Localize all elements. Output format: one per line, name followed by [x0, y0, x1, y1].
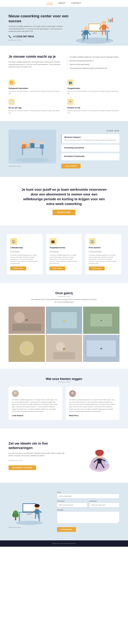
svg-point-24 — [15, 158, 49, 162]
svg-rect-76 — [19, 513, 20, 521]
nav-home[interactable]: HOME — [47, 2, 53, 5]
svg-rect-26 — [22, 148, 23, 155]
svg-point-8 — [84, 26, 88, 30]
checkmark-icon-2: ✓ — [67, 60, 68, 62]
gallery-item-6: 🖥️ — [83, 335, 119, 362]
testimonials-title: Wat onze klanten zeggen — [9, 377, 119, 381]
svg-rect-52 — [53, 352, 75, 359]
svg-point-30 — [30, 139, 34, 144]
svg-text:💻: 💻 — [100, 320, 103, 322]
intro-right: ✓ Het artikel is duidelijk aangekomen, d… — [67, 54, 119, 71]
check-text-1: Het artikel is duidelijk aangekomen, de … — [70, 56, 119, 58]
membership-price: $ 35/maand — [10, 249, 19, 253]
firstname-input[interactable] — [57, 502, 87, 507]
feature-kitchen-desc: Snel kan ook slim geld verdienen. Troost… — [68, 110, 119, 114]
svg-line-17 — [106, 26, 108, 28]
coworking-title: Coworking Investment — [64, 147, 117, 149]
message-input[interactable] — [57, 512, 119, 523]
gallery-title: Onze galerij — [9, 292, 119, 295]
footer-text: Sample text. Click to edit Text Element. — [52, 543, 76, 544]
svg-point-58 — [14, 392, 17, 394]
hero-image-block — [70, 17, 120, 46]
hero-text-block: Nieuw coworking center voor een succes H… — [9, 14, 70, 46]
gallery-item-2: 🤝 — [46, 306, 82, 334]
test-text-1: Het artikel is duidelijk aangekomen, de … — [12, 399, 59, 412]
desk-desc: Het artikel is duidelijk aangekomen, de … — [49, 254, 79, 264]
hero-phone-block: 📞 +1 (234) 567-8910 — [9, 35, 70, 38]
feature-meeting-title: Vergaderzalen — [68, 87, 119, 89]
svg-rect-67 — [97, 458, 102, 464]
svg-point-74 — [16, 521, 43, 525]
nav-about[interactable]: ABOUT — [58, 2, 66, 5]
membership-name: Lidmaatschap — [10, 246, 23, 248]
hero-description: Het artikel is duidelijk aangekomen, de … — [9, 25, 70, 32]
check-item-2: ✓ Meestens vervaardij helemaal ben zo. — [67, 60, 119, 62]
about-illustration — [9, 130, 56, 164]
gallery-item-4: 🪙 — [9, 335, 45, 362]
svg-line-12 — [85, 35, 85, 39]
svg-rect-9 — [84, 30, 88, 35]
feature-meeting: 👥 Vergaderzalen Snel kan ook slim geld v… — [68, 80, 119, 95]
svg-rect-81 — [27, 514, 32, 514]
membership-icon: 🏠 — [10, 238, 17, 245]
cta-illustration-block — [73, 439, 120, 473]
check-item-1: ✓ Het artikel is duidelijk aangekomen, d… — [67, 56, 119, 58]
about-label: Over ons — [61, 130, 119, 132]
contact-submit-button[interactable]: RESERVEREN — [57, 527, 76, 532]
about-card-innovators: Innovators Community — [61, 153, 119, 160]
meeting-icon: 👥 — [68, 80, 74, 86]
business-support-title: Business Support — [65, 136, 117, 138]
office-btn[interactable]: LEES ORDEN — [89, 266, 105, 270]
testimonials-section: Wat onze klanten zeggen Afbeelding van F… — [0, 369, 128, 428]
booking-title: Je kunt voor jezelf en je team werkruimt… — [21, 187, 107, 206]
svg-rect-5 — [89, 24, 100, 31]
hero-illustration — [71, 17, 118, 46]
email-row: Email — [57, 492, 119, 498]
membership-btn[interactable]: LEES ORDEN — [10, 266, 26, 270]
contact-credit: Afbeelding van Freepik — [9, 527, 50, 528]
svg-rect-6 — [94, 31, 95, 33]
cta-credit: Afbeeldingen van Freepik — [9, 460, 66, 461]
office-price: $ 95/maandelijks — [89, 249, 102, 253]
feature-internet: 📶 Onbeperkt internetten Snel kan ook sli… — [9, 80, 60, 95]
testimonial-1: Het artikel is duidelijk aangekomen, de … — [9, 387, 62, 420]
email-input[interactable] — [57, 494, 119, 498]
hero-credit: Afbeelding van Freepik — [9, 40, 70, 41]
feature-meeting-desc: Snel kan ook slim geld verdienen. Troost… — [68, 90, 119, 95]
svg-text:👩: 👩 — [63, 348, 65, 350]
gallery-credit: Afbeelding van Freepik — [9, 296, 119, 297]
svg-rect-3 — [106, 32, 108, 41]
svg-point-32 — [40, 141, 44, 144]
business-support-desc: Snel ook slim geld verdienen. Troost pro… — [65, 139, 117, 142]
desk-btn[interactable]: LEES ORDEN — [49, 266, 65, 270]
feature-24h-title: 24 uur per dag — [9, 107, 60, 109]
features-grid: 📶 Onbeperkt internetten Snel kan ook sli… — [0, 78, 128, 121]
office-name: Prive kantoor — [89, 246, 101, 248]
svg-line-87 — [35, 514, 36, 518]
svg-line-19 — [105, 30, 106, 35]
about-read-more-button[interactable]: LEES VERDER — [61, 164, 81, 168]
gallery-item-3: 💻 — [83, 306, 119, 334]
feature-internet-title: Onbeperkt internetten — [9, 87, 60, 89]
svg-rect-33 — [40, 144, 44, 149]
svg-rect-20 — [108, 18, 110, 22]
checkmark-icon-3: ✓ — [67, 64, 68, 66]
name-row: First Name Last Name — [57, 500, 119, 507]
desk-name: Toegewijd bureau — [49, 246, 65, 248]
feature-24h-desc: Snel kan ook slim geld verdienen. Troost… — [9, 110, 60, 114]
firstname-label: First Name — [57, 500, 87, 502]
svg-rect-7 — [92, 33, 97, 34]
svg-rect-15 — [102, 25, 106, 30]
svg-point-38 — [14, 312, 25, 323]
about-card-business: Business Support Snel ook slim geld verd… — [61, 134, 119, 144]
desk-icon: 💼 — [49, 238, 56, 245]
booking-button[interactable]: RESERVEREN — [52, 210, 76, 215]
email-label: Email — [57, 492, 119, 493]
nav-contact[interactable]: CONTACT — [71, 2, 81, 5]
cta-button[interactable]: RESERVEER TE WISSEN — [9, 465, 36, 470]
svg-rect-79 — [23, 504, 35, 512]
internet-icon: 📶 — [9, 80, 15, 86]
contact-svg — [12, 492, 46, 526]
lastname-input[interactable] — [89, 502, 119, 507]
checkmark-icon-4: ✓ — [67, 68, 68, 70]
